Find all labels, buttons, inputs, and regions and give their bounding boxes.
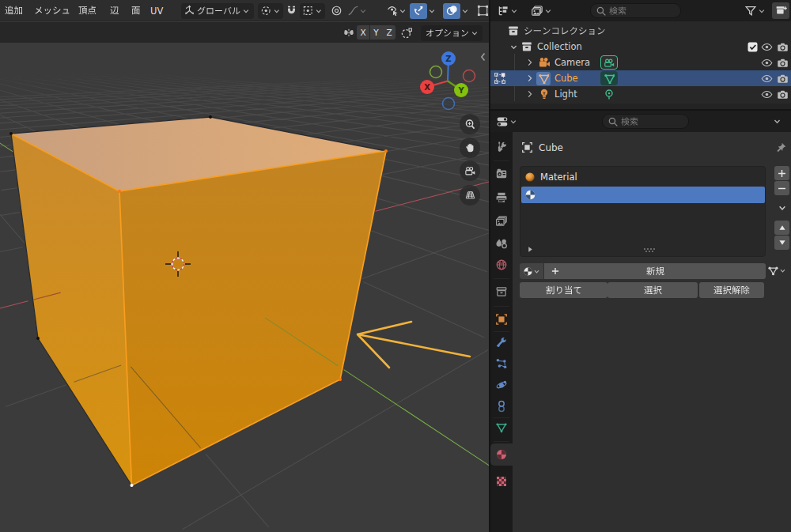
camera-icon[interactable] (777, 73, 789, 85)
properties-editor-icon (496, 115, 509, 128)
camera-view-button[interactable] (460, 160, 480, 181)
zoom-button[interactable] (460, 114, 480, 134)
orientation-label (197, 6, 240, 17)
perspective-toggle-button[interactable] (460, 185, 480, 206)
tab-render[interactable] (490, 163, 513, 185)
outliner-row-light[interactable]: Light (490, 86, 791, 102)
chevron-down-icon (461, 7, 469, 15)
menu-edge[interactable] (110, 0, 119, 21)
outliner-display-mode-dropdown[interactable] (531, 5, 552, 17)
tab-physics[interactable] (490, 374, 513, 396)
show-gizmo-dropdown[interactable] (385, 3, 407, 19)
outliner-search-input[interactable] (590, 3, 681, 18)
pan-button[interactable] (460, 138, 480, 158)
proportional-editing-toggle[interactable] (329, 3, 343, 19)
mirror-x-toggle[interactable]: X (357, 25, 369, 40)
assign-button[interactable] (520, 282, 607, 298)
properties-options-dropdown[interactable] (773, 117, 782, 126)
material-slot-row[interactable]: Material (521, 168, 765, 186)
proportional-falloff-dropdown[interactable] (346, 3, 368, 19)
tab-material[interactable] (490, 443, 513, 466)
tab-world[interactable] (490, 254, 513, 276)
new-material-button[interactable] (544, 263, 766, 279)
tab-modifiers[interactable] (490, 331, 513, 353)
scene-collection-label (524, 25, 606, 36)
eye-icon[interactable] (761, 41, 773, 53)
editor-type-dropdown-properties[interactable] (496, 115, 517, 128)
eye-icon[interactable] (761, 57, 773, 69)
pin-id-button[interactable] (775, 141, 787, 153)
mesh-data-icon (538, 73, 549, 84)
pivot-point-dropdown[interactable] (258, 3, 283, 19)
move-slot-down-button[interactable] (774, 236, 789, 250)
overlays-dropdown[interactable] (460, 3, 470, 19)
menu-mesh[interactable] (34, 0, 70, 21)
menu-uv[interactable]: UV (150, 0, 163, 21)
proportional-projected-toggle[interactable] (398, 25, 415, 41)
camera-icon[interactable] (777, 57, 789, 69)
outliner-row-camera[interactable]: Camera (490, 55, 791, 70)
overlays-toggle[interactable] (443, 3, 460, 19)
properties-search-input[interactable] (602, 114, 689, 129)
snap-target-dropdown[interactable] (300, 3, 325, 19)
snap-target-icon (302, 5, 313, 17)
outliner-editor: CollectionCameraCubeLight (490, 0, 791, 109)
camera-label: Camera (554, 57, 590, 68)
menu-vertex[interactable] (78, 0, 97, 21)
tab-texture[interactable] (490, 470, 513, 492)
mirror-y-toggle[interactable]: Y (370, 25, 383, 40)
gizmo-axis-z-neg[interactable] (443, 98, 455, 110)
outliner-row-cube[interactable]: Cube (490, 70, 791, 86)
menu-label-edge (110, 5, 119, 16)
tab-output[interactable] (490, 187, 513, 209)
gizmos-dropdown[interactable] (427, 3, 437, 19)
camera-icon[interactable] (777, 89, 789, 100)
add-material-slot-button[interactable] (774, 166, 789, 180)
checkbox-icon[interactable] (747, 41, 758, 52)
xray-toggle[interactable] (475, 3, 489, 19)
eye-icon[interactable] (761, 89, 773, 100)
gizmo-axis-x-neg[interactable] (464, 70, 475, 82)
tab-object[interactable] (490, 308, 513, 330)
list-resize-grip[interactable] (643, 247, 656, 253)
physics-icon (495, 379, 508, 391)
tab-view-layer[interactable] (490, 210, 513, 232)
pin-icon[interactable] (775, 141, 787, 153)
gizmos-toggle[interactable] (410, 3, 427, 19)
viewport-editor: ZXYUVXYZ (0, 0, 489, 532)
list-expand-button[interactable] (527, 246, 534, 253)
tab-scene[interactable] (490, 232, 513, 255)
material-specials-dropdown[interactable] (774, 201, 789, 215)
transform-orientation-dropdown[interactable] (181, 3, 254, 19)
plus-icon (777, 168, 787, 179)
new-collection-button[interactable] (772, 2, 789, 19)
select-button[interactable] (607, 282, 698, 298)
eye-icon[interactable] (761, 73, 773, 85)
mesh-data-badge[interactable] (600, 71, 618, 85)
menu-face[interactable] (131, 0, 141, 21)
sidebar-collapse-arrow[interactable] (478, 51, 488, 62)
material-browse-dropdown[interactable] (520, 263, 543, 279)
outliner-row-collection[interactable]: Collection (490, 39, 791, 55)
expand-icon[interactable] (527, 246, 534, 253)
snap-toggle[interactable] (284, 3, 298, 19)
camera-icon[interactable] (777, 41, 789, 53)
tab-collection[interactable] (490, 281, 513, 303)
editor-type-dropdown[interactable] (497, 5, 518, 17)
tab-object-data[interactable] (490, 417, 513, 439)
deselect-button[interactable] (699, 282, 764, 298)
menu-add[interactable] (5, 0, 23, 21)
move-slot-up-button[interactable] (774, 221, 789, 235)
mirror-z-toggle[interactable]: Z (383, 25, 396, 40)
remove-material-slot-button[interactable] (774, 181, 789, 195)
tab-constraints[interactable] (490, 395, 513, 417)
outliner-filter-dropdown[interactable] (744, 5, 766, 17)
options-dropdown[interactable] (421, 25, 483, 41)
outliner-row-scene-collection[interactable] (490, 23, 791, 39)
material-link-dropdown[interactable] (767, 265, 786, 277)
gizmo-axis-y-neg[interactable] (430, 66, 442, 78)
material-slot-row-selected[interactable] (521, 187, 765, 203)
tab-particles[interactable] (490, 353, 513, 375)
tab-tool[interactable] (490, 136, 513, 158)
camera-data-badge[interactable] (600, 55, 618, 70)
